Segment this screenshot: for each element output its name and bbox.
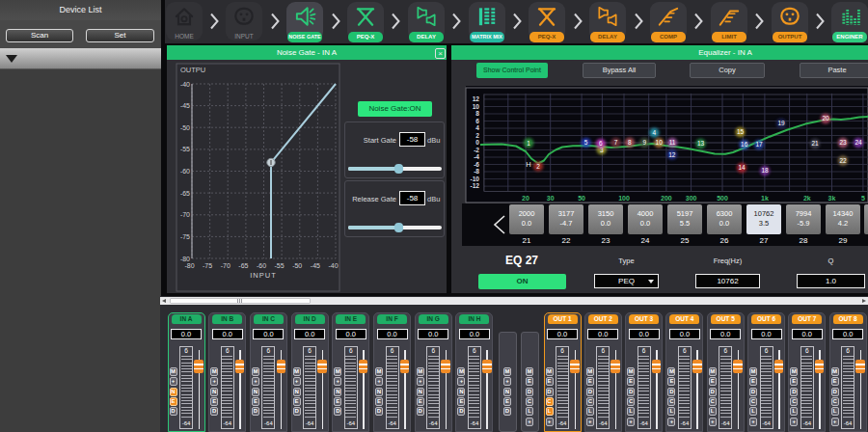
svg-text:-55: -55 (180, 146, 190, 152)
svg-text:8: 8 (475, 110, 479, 117)
svg-text:50: 50 (578, 195, 585, 202)
svg-text:20: 20 (822, 115, 829, 122)
svg-text:6: 6 (475, 118, 479, 124)
svg-text:0: 0 (475, 139, 479, 146)
svg-text:-12: -12 (470, 182, 479, 189)
svg-text:-70: -70 (221, 262, 231, 269)
svg-text:20: 20 (522, 195, 529, 202)
svg-text:-80: -80 (180, 256, 190, 262)
svg-text:3k: 3k (828, 195, 836, 202)
svg-text:-40: -40 (180, 81, 190, 88)
svg-text:1: 1 (527, 140, 530, 147)
svg-text:-65: -65 (238, 262, 248, 269)
svg-text:-8: -8 (474, 168, 479, 175)
svg-text:2k: 2k (803, 195, 811, 202)
svg-text:5: 5 (861, 195, 865, 202)
svg-text:15: 15 (737, 128, 745, 135)
svg-text:17: 17 (755, 141, 763, 148)
svg-text:11: 11 (669, 139, 676, 146)
svg-text:7: 7 (614, 139, 618, 146)
svg-text:-80: -80 (184, 262, 194, 269)
svg-text:OUTPU: OUTPU (180, 66, 205, 74)
svg-text:6: 6 (599, 140, 603, 147)
svg-text:200: 200 (661, 195, 672, 202)
svg-text:500: 500 (717, 195, 728, 202)
svg-text:-45: -45 (311, 262, 320, 269)
svg-text:9: 9 (642, 139, 646, 146)
svg-text:8: 8 (628, 139, 632, 146)
svg-text:4: 4 (653, 129, 657, 136)
svg-text:12: 12 (668, 151, 676, 158)
svg-text:2: 2 (475, 132, 479, 139)
svg-text:-55: -55 (275, 262, 285, 269)
svg-text:300: 300 (686, 195, 697, 202)
svg-text:23: 23 (839, 139, 847, 146)
svg-text:-60: -60 (257, 262, 266, 269)
svg-text:H: H (526, 160, 530, 169)
svg-text:21: 21 (811, 140, 819, 147)
svg-text:30: 30 (547, 195, 555, 202)
svg-text:10: 10 (473, 103, 480, 110)
svg-text:-6: -6 (474, 161, 479, 168)
svg-text:4: 4 (475, 124, 479, 131)
svg-text:22: 22 (839, 157, 847, 164)
svg-text:INPUT: INPUT (250, 271, 277, 280)
svg-text:-75: -75 (203, 262, 212, 269)
svg-text:-50: -50 (180, 124, 190, 131)
svg-text:100: 100 (618, 195, 630, 202)
svg-text:16: 16 (741, 141, 748, 148)
svg-text:12: 12 (473, 95, 480, 102)
svg-text:2: 2 (536, 163, 540, 170)
svg-text:18: 18 (761, 167, 769, 174)
svg-text:13: 13 (697, 140, 705, 147)
svg-text:19: 19 (777, 120, 785, 126)
svg-text:-65: -65 (180, 190, 190, 197)
svg-text:5: 5 (584, 139, 588, 146)
svg-text:-10: -10 (470, 176, 479, 182)
svg-text:-50: -50 (292, 262, 302, 269)
svg-text:14: 14 (738, 164, 746, 171)
svg-text:-40: -40 (328, 262, 338, 269)
svg-text:10: 10 (656, 139, 664, 146)
svg-text:-70: -70 (180, 211, 190, 218)
svg-text:-45: -45 (180, 102, 190, 109)
svg-text:-4: -4 (474, 153, 479, 160)
svg-text:24: 24 (854, 139, 862, 146)
svg-text:-2: -2 (474, 147, 479, 153)
svg-text:-75: -75 (180, 233, 190, 240)
svg-text:-60: -60 (180, 168, 190, 175)
svg-text:1k: 1k (761, 195, 769, 202)
